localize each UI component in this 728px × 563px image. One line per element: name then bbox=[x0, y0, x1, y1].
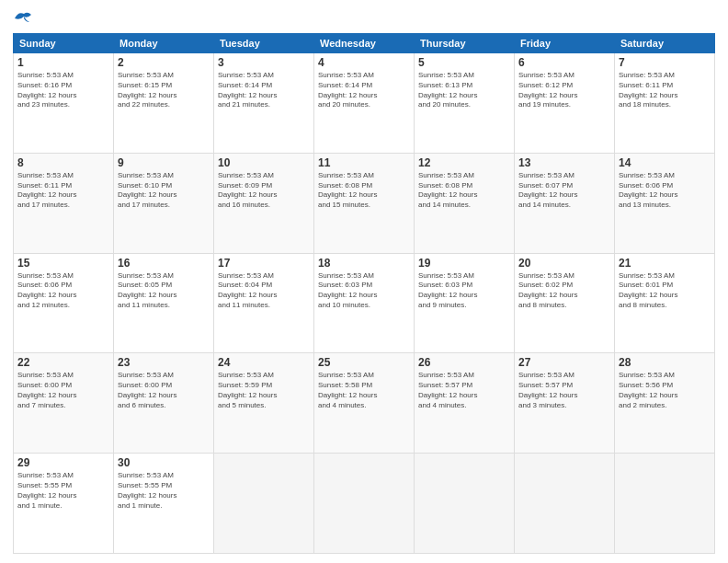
day-cell-23: 23Sunrise: 5:53 AM Sunset: 6:00 PM Dayli… bbox=[114, 353, 214, 454]
day-number: 24 bbox=[218, 356, 310, 369]
day-number: 28 bbox=[619, 356, 711, 369]
day-cell-28: 28Sunrise: 5:53 AM Sunset: 5:56 PM Dayli… bbox=[615, 353, 715, 454]
day-cell-12: 12Sunrise: 5:53 AM Sunset: 6:08 PM Dayli… bbox=[415, 153, 515, 253]
header-row: SundayMondayTuesdayWednesdayThursdayFrid… bbox=[14, 34, 715, 53]
day-number: 23 bbox=[118, 356, 210, 369]
day-cell-20: 20Sunrise: 5:53 AM Sunset: 6:02 PM Dayli… bbox=[515, 253, 615, 353]
week-row-2: 8Sunrise: 5:53 AM Sunset: 6:11 PM Daylig… bbox=[14, 153, 715, 253]
logo-wrapper bbox=[13, 9, 37, 26]
day-cell-19: 19Sunrise: 5:53 AM Sunset: 6:03 PM Dayli… bbox=[415, 253, 515, 353]
day-cell-empty-3 bbox=[314, 454, 415, 554]
day-details: Sunrise: 5:53 AM Sunset: 6:05 PM Dayligh… bbox=[118, 271, 210, 311]
day-details: Sunrise: 5:53 AM Sunset: 6:00 PM Dayligh… bbox=[118, 371, 210, 410]
day-cell-14: 14Sunrise: 5:53 AM Sunset: 6:06 PM Dayli… bbox=[615, 153, 715, 253]
day-details: Sunrise: 5:53 AM Sunset: 6:07 PM Dayligh… bbox=[518, 171, 610, 211]
day-number: 9 bbox=[118, 156, 210, 169]
day-cell-15: 15Sunrise: 5:53 AM Sunset: 6:06 PM Dayli… bbox=[14, 253, 114, 353]
column-header-tuesday: Tuesday bbox=[214, 34, 314, 53]
day-cell-30: 30Sunrise: 5:53 AM Sunset: 5:55 PM Dayli… bbox=[114, 454, 214, 554]
day-number: 3 bbox=[218, 56, 310, 69]
calendar-body: 1Sunrise: 5:53 AM Sunset: 6:16 PM Daylig… bbox=[14, 53, 715, 554]
day-details: Sunrise: 5:53 AM Sunset: 6:00 PM Dayligh… bbox=[17, 371, 109, 410]
day-details: Sunrise: 5:53 AM Sunset: 6:02 PM Dayligh… bbox=[518, 271, 610, 311]
day-cell-empty-5 bbox=[515, 454, 615, 554]
day-details: Sunrise: 5:53 AM Sunset: 6:04 PM Dayligh… bbox=[218, 271, 310, 311]
header bbox=[13, 9, 715, 26]
week-row-4: 22Sunrise: 5:53 AM Sunset: 6:00 PM Dayli… bbox=[14, 353, 715, 454]
day-number: 4 bbox=[318, 56, 410, 69]
day-cell-27: 27Sunrise: 5:53 AM Sunset: 5:57 PM Dayli… bbox=[515, 353, 615, 454]
day-number: 17 bbox=[218, 257, 310, 270]
day-details: Sunrise: 5:53 AM Sunset: 5:58 PM Dayligh… bbox=[318, 371, 410, 410]
day-cell-8: 8Sunrise: 5:53 AM Sunset: 6:11 PM Daylig… bbox=[14, 153, 114, 253]
day-details: Sunrise: 5:53 AM Sunset: 6:01 PM Dayligh… bbox=[619, 271, 711, 311]
day-cell-empty-2 bbox=[214, 454, 314, 554]
day-number: 7 bbox=[619, 56, 711, 69]
day-cell-24: 24Sunrise: 5:53 AM Sunset: 5:59 PM Dayli… bbox=[214, 353, 314, 454]
week-row-5: 29Sunrise: 5:53 AM Sunset: 5:55 PM Dayli… bbox=[14, 454, 715, 554]
day-cell-25: 25Sunrise: 5:53 AM Sunset: 5:58 PM Dayli… bbox=[314, 353, 415, 454]
day-cell-empty-6 bbox=[615, 454, 715, 554]
day-details: Sunrise: 5:53 AM Sunset: 5:57 PM Dayligh… bbox=[418, 371, 510, 410]
day-number: 5 bbox=[418, 56, 510, 69]
day-cell-2: 2Sunrise: 5:53 AM Sunset: 6:15 PM Daylig… bbox=[114, 53, 214, 154]
day-number: 14 bbox=[619, 156, 711, 169]
day-cell-10: 10Sunrise: 5:53 AM Sunset: 6:09 PM Dayli… bbox=[214, 153, 314, 253]
column-header-thursday: Thursday bbox=[415, 34, 515, 53]
day-number: 25 bbox=[318, 356, 410, 369]
day-number: 19 bbox=[418, 257, 510, 270]
day-details: Sunrise: 5:53 AM Sunset: 5:57 PM Dayligh… bbox=[518, 371, 610, 410]
day-details: Sunrise: 5:53 AM Sunset: 6:03 PM Dayligh… bbox=[418, 271, 510, 311]
day-details: Sunrise: 5:53 AM Sunset: 6:13 PM Dayligh… bbox=[418, 71, 510, 110]
day-cell-16: 16Sunrise: 5:53 AM Sunset: 6:05 PM Dayli… bbox=[114, 253, 214, 353]
column-header-wednesday: Wednesday bbox=[314, 34, 415, 53]
day-details: Sunrise: 5:53 AM Sunset: 5:56 PM Dayligh… bbox=[619, 371, 711, 410]
day-cell-21: 21Sunrise: 5:53 AM Sunset: 6:01 PM Dayli… bbox=[615, 253, 715, 353]
day-details: Sunrise: 5:53 AM Sunset: 5:55 PM Dayligh… bbox=[118, 471, 210, 511]
day-cell-4: 4Sunrise: 5:53 AM Sunset: 6:14 PM Daylig… bbox=[314, 53, 415, 154]
page: SundayMondayTuesdayWednesdayThursdayFrid… bbox=[0, 0, 728, 563]
day-cell-29: 29Sunrise: 5:53 AM Sunset: 5:55 PM Dayli… bbox=[14, 454, 114, 554]
day-number: 6 bbox=[518, 56, 610, 69]
day-cell-1: 1Sunrise: 5:53 AM Sunset: 6:16 PM Daylig… bbox=[14, 53, 114, 154]
day-cell-22: 22Sunrise: 5:53 AM Sunset: 6:00 PM Dayli… bbox=[14, 353, 114, 454]
day-details: Sunrise: 5:53 AM Sunset: 6:14 PM Dayligh… bbox=[218, 71, 310, 110]
day-details: Sunrise: 5:53 AM Sunset: 6:08 PM Dayligh… bbox=[418, 171, 510, 211]
day-number: 15 bbox=[17, 257, 109, 270]
week-row-1: 1Sunrise: 5:53 AM Sunset: 6:16 PM Daylig… bbox=[14, 53, 715, 154]
day-number: 16 bbox=[118, 257, 210, 270]
day-details: Sunrise: 5:53 AM Sunset: 6:11 PM Dayligh… bbox=[17, 171, 109, 211]
day-cell-18: 18Sunrise: 5:53 AM Sunset: 6:03 PM Dayli… bbox=[314, 253, 415, 353]
day-details: Sunrise: 5:53 AM Sunset: 5:59 PM Dayligh… bbox=[218, 371, 310, 410]
calendar-header: SundayMondayTuesdayWednesdayThursdayFrid… bbox=[14, 34, 715, 53]
day-cell-5: 5Sunrise: 5:53 AM Sunset: 6:13 PM Daylig… bbox=[415, 53, 515, 154]
day-cell-11: 11Sunrise: 5:53 AM Sunset: 6:08 PM Dayli… bbox=[314, 153, 415, 253]
day-number: 26 bbox=[418, 356, 510, 369]
week-row-3: 15Sunrise: 5:53 AM Sunset: 6:06 PM Dayli… bbox=[14, 253, 715, 353]
day-cell-26: 26Sunrise: 5:53 AM Sunset: 5:57 PM Dayli… bbox=[415, 353, 515, 454]
day-cell-7: 7Sunrise: 5:53 AM Sunset: 6:11 PM Daylig… bbox=[615, 53, 715, 154]
calendar-table: SundayMondayTuesdayWednesdayThursdayFrid… bbox=[13, 33, 715, 554]
day-details: Sunrise: 5:53 AM Sunset: 5:55 PM Dayligh… bbox=[17, 471, 109, 511]
bird-icon bbox=[13, 9, 33, 26]
column-header-monday: Monday bbox=[114, 34, 214, 53]
day-number: 11 bbox=[318, 156, 410, 169]
column-header-friday: Friday bbox=[515, 34, 615, 53]
day-details: Sunrise: 5:53 AM Sunset: 6:08 PM Dayligh… bbox=[318, 171, 410, 211]
day-details: Sunrise: 5:53 AM Sunset: 6:16 PM Dayligh… bbox=[17, 71, 109, 110]
day-number: 21 bbox=[619, 257, 711, 270]
day-number: 20 bbox=[518, 257, 610, 270]
day-cell-6: 6Sunrise: 5:53 AM Sunset: 6:12 PM Daylig… bbox=[515, 53, 615, 154]
day-number: 29 bbox=[17, 456, 109, 469]
day-number: 18 bbox=[318, 257, 410, 270]
logo bbox=[13, 9, 37, 26]
day-number: 27 bbox=[518, 356, 610, 369]
day-details: Sunrise: 5:53 AM Sunset: 6:10 PM Dayligh… bbox=[118, 171, 210, 211]
day-number: 13 bbox=[518, 156, 610, 169]
day-details: Sunrise: 5:53 AM Sunset: 6:03 PM Dayligh… bbox=[318, 271, 410, 311]
column-header-saturday: Saturday bbox=[615, 34, 715, 53]
day-cell-3: 3Sunrise: 5:53 AM Sunset: 6:14 PM Daylig… bbox=[214, 53, 314, 154]
day-details: Sunrise: 5:53 AM Sunset: 6:12 PM Dayligh… bbox=[518, 71, 610, 110]
day-number: 22 bbox=[17, 356, 109, 369]
day-details: Sunrise: 5:53 AM Sunset: 6:11 PM Dayligh… bbox=[619, 71, 711, 110]
